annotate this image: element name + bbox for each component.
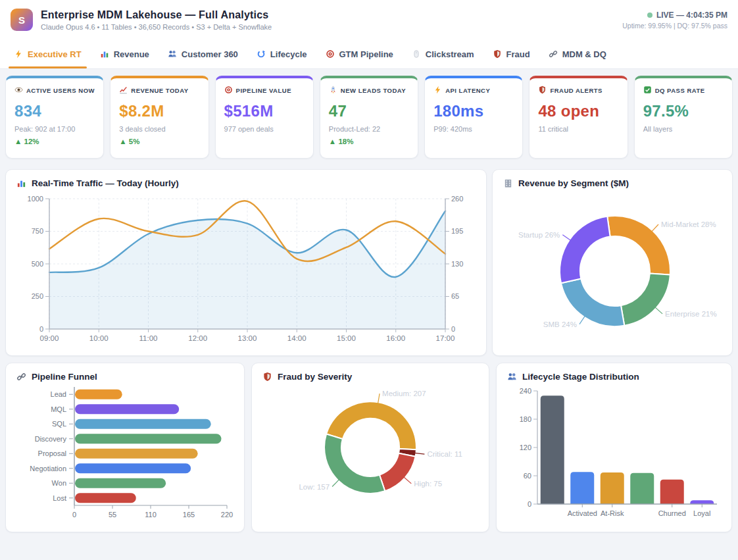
kpi-label-row: REVENUE TODAY <box>119 86 199 96</box>
svg-text:Lost: Lost <box>53 494 66 502</box>
kpi-delta-badge: ▲ 5% <box>119 138 199 145</box>
chart-title-row: Revenue by Segment ($M) <box>503 178 722 188</box>
kpi-subtext: Peak: 902 at 17:00 <box>14 125 95 133</box>
charts-row-bottom: Pipeline Funnel LeadMQLSQLDiscoveryPropo… <box>0 359 738 538</box>
tab-fraud[interactable]: Fraud <box>484 39 539 68</box>
tab-customer-360[interactable]: Customer 360 <box>159 39 247 68</box>
kpi-label: NEW LEADS TODAY <box>341 87 406 94</box>
eye-icon <box>14 86 23 94</box>
kpi-card-dq-pass-rate: DQ PASS RATE97.5%All layers <box>634 76 733 159</box>
svg-text:Won: Won <box>52 479 66 487</box>
svg-text:0: 0 <box>72 511 76 519</box>
tab-gtm-pipeline[interactable]: GTM Pipeline <box>317 39 402 68</box>
kpi-label: API LATENCY <box>445 87 490 94</box>
tab-clickstream[interactable]: Clickstream <box>403 39 483 68</box>
kpi-label-row: API LATENCY <box>433 86 514 96</box>
people-icon <box>168 49 177 59</box>
bolt-icon <box>433 86 442 94</box>
svg-text:260: 260 <box>451 195 463 203</box>
kpi-card-fraud-alerts: FRAUD ALERTS48 open11 critical <box>529 76 627 159</box>
tab-mdm-dq[interactable]: MDM & DQ <box>540 39 615 68</box>
rocket-icon <box>329 86 337 94</box>
kpi-card-new-leads-today: NEW LEADS TODAY47Product-Led: 22▲ 18% <box>320 76 418 159</box>
lifecycle-bar-chart: 060120180240ActivatedAt-RiskChurnedLoyal <box>507 384 724 525</box>
svg-text:Medium: 207: Medium: 207 <box>382 390 426 397</box>
kpi-card-api-latency: API LATENCY180msP99: 420ms <box>424 76 523 159</box>
svg-text:Enterprise 21%: Enterprise 21% <box>665 310 717 318</box>
kpi-subtext: Product-Led: 22 <box>329 125 409 133</box>
kpi-label: FRAUD ALERTS <box>550 87 603 94</box>
svg-text:120: 120 <box>520 444 531 451</box>
svg-text:240: 240 <box>520 387 531 395</box>
chart-title-row: Real-Time Traffic — Today (Hourly) <box>16 178 476 188</box>
tab-lifecycle[interactable]: Lifecycle <box>248 39 316 68</box>
chart-title: Lifecycle Stage Distribution <box>522 372 639 382</box>
check-icon <box>643 86 652 94</box>
kpi-value: 834 <box>14 102 95 120</box>
revenue-segment-donut-chart: Mid-Market 28%Enterprise 21%SMB 24%Start… <box>503 191 724 349</box>
live-clock: LIVE — 4:04:35 PM <box>656 11 727 20</box>
fraud-severity-card: Fraud by Severity Medium: 207Critical: 1… <box>251 363 489 532</box>
kpi-card-pipeline-value: PIPELINE VALUE$516M977 open deals <box>215 76 314 159</box>
svg-text:Loyal: Loyal <box>693 509 710 517</box>
tab-bar: Executive RTRevenueCustomer 360Lifecycle… <box>0 39 738 69</box>
chart-title: Revenue by Segment ($M) <box>518 178 629 188</box>
chart-title-row: Fraud by Severity <box>262 372 478 382</box>
people-icon <box>507 372 517 382</box>
page-subtitle: Claude Opus 4.6 • 11 Tables • 36,650 Rec… <box>41 23 614 31</box>
building-icon <box>503 178 513 188</box>
svg-text:Negotiation: Negotiation <box>30 465 66 472</box>
kpi-value: $516M <box>224 102 305 120</box>
svg-text:SQL: SQL <box>52 420 66 428</box>
tab-revenue[interactable]: Revenue <box>91 39 158 68</box>
chart-title: Fraud by Severity <box>278 372 352 382</box>
target-icon <box>326 49 335 59</box>
kpi-row: ACTIVE USERS NOW834Peak: 902 at 17:00▲ 1… <box>0 69 738 164</box>
kpi-delta-badge: ▲ 18% <box>329 138 409 145</box>
kpi-subtext: 3 deals closed <box>119 125 199 133</box>
svg-text:10:00: 10:00 <box>89 334 109 342</box>
kpi-label: PIPELINE VALUE <box>236 87 291 94</box>
kpi-label-row: PIPELINE VALUE <box>224 86 305 96</box>
svg-text:09:00: 09:00 <box>40 334 59 342</box>
live-status-dot <box>647 13 652 18</box>
svg-text:16:00: 16:00 <box>386 334 405 342</box>
svg-text:0: 0 <box>39 325 43 333</box>
app-header: S Enterprise MDM Lakehouse — Full Analyt… <box>0 0 738 39</box>
tab-label: Clickstream <box>426 49 474 59</box>
bolt-icon <box>14 49 23 59</box>
link-icon <box>549 49 558 59</box>
kpi-label-row: NEW LEADS TODAY <box>329 86 409 96</box>
chart-title-row: Lifecycle Stage Distribution <box>507 372 721 382</box>
svg-text:17:00: 17:00 <box>436 334 455 342</box>
kpi-card-active-users-now: ACTIVE USERS NOW834Peak: 902 at 17:00▲ 1… <box>5 76 104 159</box>
kpi-value: $8.2M <box>119 102 199 120</box>
svg-text:13:00: 13:00 <box>238 334 257 342</box>
chartup-icon <box>119 86 128 94</box>
bars-icon <box>16 178 26 188</box>
svg-text:1000: 1000 <box>28 195 43 203</box>
shield-icon <box>493 49 502 59</box>
svg-text:11:00: 11:00 <box>139 334 158 342</box>
tab-executive-rt[interactable]: Executive RT <box>5 39 90 68</box>
tab-label: Revenue <box>114 49 149 59</box>
svg-text:65: 65 <box>451 292 459 300</box>
header-status: LIVE — 4:04:35 PM Uptime: 99.95% | DQ: 9… <box>622 11 727 30</box>
kpi-subtext: All layers <box>643 125 724 133</box>
kpi-subtext: 11 critical <box>538 125 618 133</box>
kpi-label: REVENUE TODAY <box>131 87 188 94</box>
svg-text:At-Risk: At-Risk <box>601 509 624 517</box>
svg-text:180: 180 <box>520 415 531 423</box>
kpi-label-row: DQ PASS RATE <box>643 86 724 96</box>
svg-text:165: 165 <box>183 511 195 519</box>
link-icon <box>16 372 26 382</box>
target-icon <box>224 86 233 94</box>
traffic-chart-card: Real-Time Traffic — Today (Hourly) 02505… <box>5 169 487 356</box>
svg-text:0: 0 <box>451 325 455 333</box>
app-logo: S <box>11 9 33 31</box>
uptime-status: Uptime: 99.95% | DQ: 97.5% pass <box>622 22 727 30</box>
svg-text:110: 110 <box>145 511 157 519</box>
svg-text:14:00: 14:00 <box>287 334 307 342</box>
svg-text:55: 55 <box>109 511 116 519</box>
kpi-label-row: FRAUD ALERTS <box>538 86 618 96</box>
